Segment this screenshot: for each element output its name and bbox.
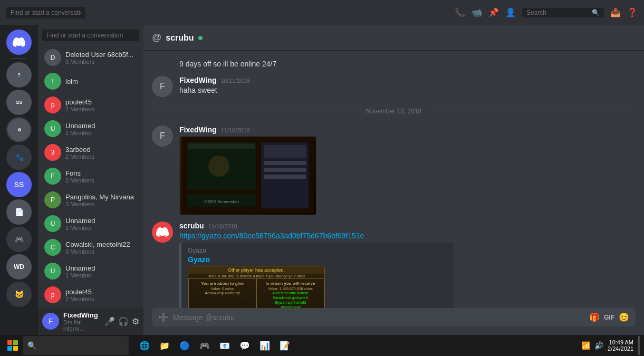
channel-search-input[interactable] [42,30,139,41]
dm-info-7: Unnamed 1 Member [65,217,95,231]
dm-sub-10: 2 Members [65,296,94,302]
dm-item-1[interactable]: l lolm [40,70,141,93]
show-desktop-button[interactable] [638,336,640,355]
settings-icon[interactable]: ⚙ [132,316,139,326]
search-bar: 🔍 [522,8,604,17]
help-icon[interactable]: ❓ [627,7,638,17]
server-icon-9[interactable]: 🐱 [6,282,32,307]
dm-item-8[interactable]: C Cowalski, meetoihi22 3 Members [40,236,141,259]
dm-item-0[interactable]: D Deleted User 68cb5f... 3 Members [40,46,141,69]
dm-name-6: Pangolins, My Nirvana [65,193,134,201]
top-bar-right: 📞 📹 📌 👤 🔍 📥 ❓ [455,7,638,17]
taskbar-explorer[interactable]: 📁 [155,336,174,355]
inbox-icon[interactable]: 📥 [610,7,621,17]
phone-icon[interactable]: 📞 [455,7,465,17]
server-icon-1[interactable]: ? [6,62,32,88]
message-scrubu-trade: scrubu 11/10/2018 https://gyazo.com/80ec… [152,222,636,308]
server-icon-home[interactable] [6,30,32,55]
search-input[interactable] [526,9,590,16]
emoji-icon[interactable]: 😊 [619,312,629,322]
dm-item-3[interactable]: U Unnamed 1 Member [40,117,141,140]
svg-rect-11 [7,340,12,345]
trade-warning: There is still time to reverse a trade i… [188,274,324,278]
add-friend-icon[interactable]: 👤 [505,7,516,17]
server-icon-6[interactable]: 📄 [6,199,32,225]
dm-info-8: Cowalski, meetoihi22 3 Members [65,240,130,255]
taskbar-app-2[interactable]: 📧 [215,336,234,355]
dm-avatar-10: p [44,286,61,303]
app-icon-1: 🎮 [199,340,210,351]
taskbar-search-area[interactable]: 🔍 [23,336,129,355]
taskbar-clock: 10:49 AM 2/24/2021 [608,339,633,352]
video-icon[interactable]: 📹 [472,7,482,17]
server-icon-5[interactable]: SS [6,172,32,197]
taskbar-edge[interactable]: 🌐 [135,336,154,355]
svg-rect-7 [264,168,306,172]
dm-avatar-9: U [44,263,61,280]
dm-info-5: Fons 2 Members [65,169,94,184]
deafen-icon[interactable]: 🎧 [118,316,129,326]
dm-item-4[interactable]: 3 3arbeed 2 Members [40,141,141,164]
taskbar-app-5[interactable]: 📝 [275,336,294,355]
chat-header: @ scrubu [143,25,644,51]
dm-sub-3: 1 Member [65,130,95,136]
search-input-top[interactable] [6,7,85,18]
msg-content-scrubu: scrubu 11/10/2018 https://gyazo.com/80ec… [179,222,636,308]
server-icon-7[interactable]: 🎮 [6,227,32,252]
taskbar-app-1[interactable]: 🎮 [195,336,214,355]
start-button[interactable] [4,337,21,354]
add-icon[interactable]: ➕ [158,312,169,322]
taskbar-date: 2/24/2021 [608,345,633,352]
taskbar-app-3[interactable]: 💬 [235,336,254,355]
msg-avatar-fw1: F [152,76,173,97]
server-icon-8[interactable]: WD [6,254,32,280]
server-icon-4[interactable]: 🐾 [6,145,32,170]
msg-time-scrubu: 11/10/2018 [208,223,237,229]
msg-author-fw2: FixedWing [179,126,217,134]
dm-sub-4: 2 Members [65,153,94,160]
dm-avatar-2: p [44,97,61,113]
taskbar-chrome[interactable]: 🔵 [175,336,194,355]
dm-sub-8: 3 Members [65,248,130,255]
msg-text-fw1: haha sweet [179,85,636,96]
pin-icon[interactable]: 📌 [488,7,499,17]
trade-top-bar: Other player has accepted. [188,266,324,274]
main-layout: ? SS ⚙ 🐾 SS 📄 🎮 WD 🐱 [0,25,644,335]
server-icon-2[interactable]: SS [6,90,32,115]
dm-sub-6: 3 Members [65,201,134,207]
dm-item-10[interactable]: p poulet45 2 Members [40,283,141,306]
gif-icon[interactable]: GIF [604,314,614,321]
svg-rect-8 [264,175,306,179]
edge-icon: 🌐 [139,340,150,351]
chrome-icon: 🔵 [179,340,190,351]
mute-icon[interactable]: 🎤 [104,316,115,326]
gift-icon[interactable]: 🎁 [589,312,600,322]
user-area: F FixedWing Dm for inform... 🎤 🎧 ⚙ [38,307,143,335]
msg-content-pretext: 9 days off so ill be online 24/7 [179,59,636,70]
chat-input-right-icons: 🎁 GIF 😊 [589,312,629,322]
dm-name-2: poulet45 [65,98,94,106]
dm-item-5[interactable]: F Fons 2 Members [40,165,141,188]
dm-item-6[interactable]: P Pangolins, My Nirvana 3 Members [40,188,141,211]
svg-text:OSRS Screenshot: OSRS Screenshot [204,199,239,204]
channel-sidebar: D Deleted User 68cb5f... 3 Members l lol… [38,25,143,335]
taskbar-time: 10:49 AM [609,339,633,345]
gyazo-link-1[interactable]: https://gyazo.com/80ec58796a3ad0bf75d67b… [179,232,364,240]
dm-name-8: Cowalski, meetoihi22 [65,240,130,248]
taskbar-items: 🌐 📁 🔵 🎮 📧 💬 📊 📝 [135,336,579,355]
msg-header-scrubu: scrubu 11/10/2018 [179,222,636,230]
dm-info-2: poulet45 2 Members [65,98,94,112]
server-icon-3[interactable]: ⚙ [6,117,32,142]
message-pretext: 9 days off so ill be online 24/7 [152,59,636,70]
dm-item-2[interactable]: p poulet45 2 Members [40,93,141,117]
taskbar-app-4[interactable]: 📊 [255,336,274,355]
taskbar-sound-icon[interactable]: 🔊 [594,341,603,350]
taskbar-wifi-icon[interactable]: 📶 [581,341,590,350]
user-info: FixedWing Dm for inform... [63,311,100,332]
dm-item-9[interactable]: U Unnamed 1 Member [40,259,141,283]
dm-item-7[interactable]: U Unnamed 1 Member [40,212,141,235]
trade-col-right: In return you will receive Value: 1,485,… [256,278,324,308]
dm-name-7: Unnamed [65,217,95,225]
date-divider: November 10, 2018 [152,108,636,115]
chat-input[interactable] [173,313,585,322]
